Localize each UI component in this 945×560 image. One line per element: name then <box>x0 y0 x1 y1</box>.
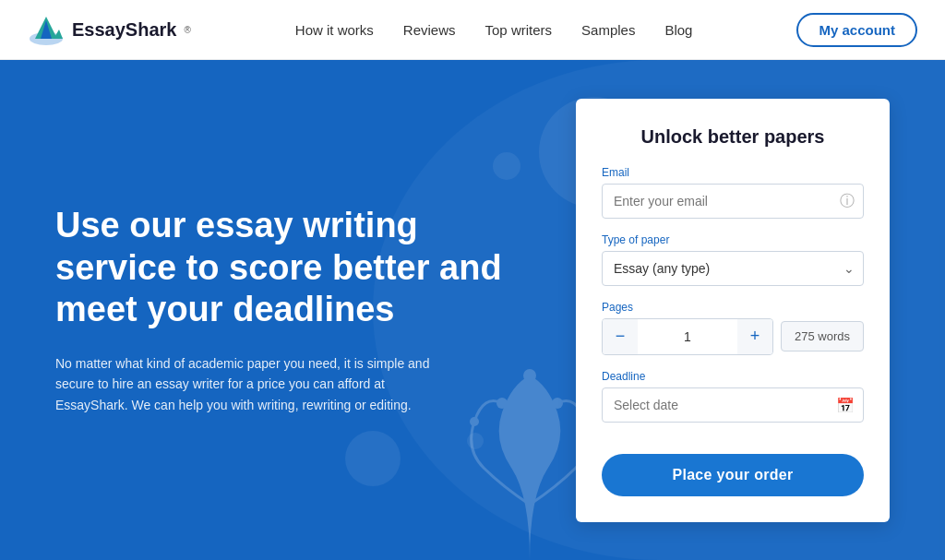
svg-point-6 <box>470 417 479 426</box>
paper-type-select[interactable]: Essay (any type) Research Paper Term Pap… <box>602 251 864 286</box>
place-order-button[interactable]: Place your order <box>602 454 864 496</box>
pages-increment-button[interactable]: + <box>737 319 772 354</box>
logo-text: EssayShark <box>72 19 176 41</box>
email-input-wrap: ⓘ <box>602 184 864 219</box>
deadline-group: Deadline 📅 <box>602 370 864 423</box>
hero-subtext: No matter what kind of academic paper yo… <box>55 353 443 415</box>
bubble-2 <box>345 431 401 486</box>
logo-icon <box>28 13 65 46</box>
hero-content: Use our essay writing service to score b… <box>55 205 535 415</box>
logo[interactable]: EssayShark® <box>28 13 191 46</box>
header: EssayShark® How it works Reviews Top wri… <box>0 0 945 60</box>
email-label: Email <box>602 166 864 179</box>
pages-row: − 1 + 275 words <box>602 318 864 355</box>
paper-type-label: Type of paper <box>602 233 864 246</box>
calendar-icon: 📅 <box>836 396 855 413</box>
nav-reviews[interactable]: Reviews <box>403 22 456 38</box>
pages-group: Pages − 1 + 275 words <box>602 301 864 355</box>
my-account-button[interactable]: My account <box>796 13 917 47</box>
email-group: Email ⓘ <box>602 166 864 219</box>
logo-reg: ® <box>184 25 190 35</box>
form-title: Unlock better papers <box>602 126 864 148</box>
hero-section: Use our essay writing service to score b… <box>0 60 945 560</box>
nav-how-it-works[interactable]: How it works <box>295 22 374 38</box>
hero-heading: Use our essay writing service to score b… <box>55 205 535 331</box>
deadline-label: Deadline <box>602 370 864 383</box>
words-badge: 275 words <box>781 321 864 351</box>
pages-value: 1 <box>638 322 737 351</box>
info-icon: ⓘ <box>840 191 855 210</box>
order-form-card: Unlock better papers Email ⓘ Type of pap… <box>576 99 890 522</box>
nav-samples[interactable]: Samples <box>581 22 635 38</box>
nav-top-writers[interactable]: Top writers <box>485 22 553 38</box>
email-input[interactable] <box>602 184 864 219</box>
pages-decrement-button[interactable]: − <box>603 319 638 354</box>
deadline-input[interactable] <box>602 387 864 423</box>
paper-type-group: Type of paper Essay (any type) Research … <box>602 233 864 286</box>
pages-stepper: − 1 + <box>602 318 773 355</box>
bubble-3 <box>493 152 520 180</box>
paper-type-select-wrap: Essay (any type) Research Paper Term Pap… <box>602 251 864 286</box>
nav-blog[interactable]: Blog <box>664 22 692 38</box>
svg-point-5 <box>552 398 563 409</box>
main-nav: How it works Reviews Top writers Samples… <box>295 22 693 38</box>
pages-label: Pages <box>602 301 864 314</box>
deadline-input-wrap: 📅 <box>602 387 864 423</box>
